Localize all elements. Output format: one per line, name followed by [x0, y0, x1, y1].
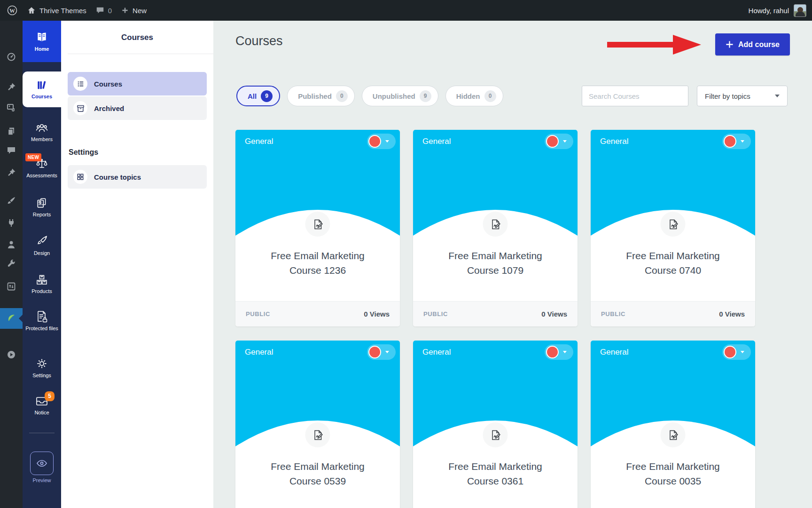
gear-icon — [35, 357, 48, 370]
chevron-down-icon — [741, 351, 744, 353]
status-dot-red — [724, 346, 736, 358]
sidebar-item-reports[interactable]: Reports — [23, 197, 61, 218]
course-card[interactable]: General Free Email MarketingCourse 1236 … — [235, 130, 400, 326]
new-badge: NEW — [25, 153, 41, 161]
search-input[interactable] — [582, 92, 686, 100]
home-icon — [27, 6, 36, 15]
site-menu[interactable]: Thrive Themes — [27, 6, 86, 15]
filter-published[interactable]: Published 0 — [287, 86, 355, 106]
sidebar-item-members[interactable]: Members — [23, 122, 61, 143]
page-title: Courses — [235, 34, 283, 48]
panel-divider — [68, 54, 213, 54]
protected-file-icon — [36, 310, 48, 323]
new-label: New — [133, 7, 147, 15]
edit-course-icon — [483, 422, 508, 447]
card-footer: PUBLIC 0 Views — [235, 301, 400, 326]
add-course-button[interactable]: Add course — [715, 33, 790, 56]
thrive-apprentice-active-item[interactable] — [0, 308, 23, 329]
filter-by-topics-dropdown[interactable]: Filter by topics — [697, 86, 788, 106]
app-sidebar: Home Courses Members NEW Assessments Rep… — [23, 21, 61, 508]
sidebar-item-courses[interactable]: Courses — [23, 71, 61, 107]
course-card[interactable]: General Free Email MarketingCourse 0361 … — [413, 341, 578, 508]
play-icon[interactable] — [7, 350, 16, 359]
pin-icon[interactable] — [7, 82, 16, 92]
filter-hidden[interactable]: Hidden 0 — [445, 86, 503, 106]
comments-icon[interactable] — [7, 146, 16, 155]
sidebar-item-label: Protected files — [25, 325, 58, 332]
course-status-menu[interactable] — [367, 344, 396, 360]
wp-sidebar-rail — [0, 21, 23, 508]
plug-icon[interactable] — [7, 218, 16, 228]
edit-course-icon — [305, 422, 330, 447]
courses-panel: Courses Courses Archived Settings Course… — [61, 21, 213, 508]
filter-count-badge: 9 — [420, 90, 431, 102]
sidebar-item-label: Reports — [33, 212, 51, 218]
filter-unpublished[interactable]: Unpublished 9 — [362, 86, 438, 106]
card-header: General — [591, 130, 755, 236]
boxes-icon — [35, 274, 48, 286]
sidebar-item-preview[interactable]: Preview — [23, 452, 61, 484]
panel-item-courses[interactable]: Courses — [68, 72, 207, 95]
course-title: Free Email MarketingCourse 0361 — [413, 459, 578, 488]
course-card[interactable]: General Free Email MarketingCourse 0539 … — [235, 341, 400, 508]
topics-dropdown-label: Filter by topics — [705, 92, 750, 100]
edit-course-icon — [305, 212, 330, 237]
settings-heading: Settings — [69, 148, 213, 157]
course-status-menu[interactable] — [545, 344, 573, 360]
sidebar-item-assessments[interactable]: NEW Assessments — [23, 158, 61, 179]
sidebar-divider — [29, 433, 55, 433]
leaf-active-icon — [7, 313, 16, 323]
greeting-text: Howdy, rahul — [749, 7, 789, 15]
course-category-label: General — [422, 137, 451, 146]
sidebar-item-home[interactable]: Home — [23, 21, 61, 62]
plus-icon — [726, 40, 734, 48]
filter-label: Published — [298, 92, 332, 100]
sidebar-item-label: Home — [35, 46, 49, 52]
sidebar-item-label: Notice — [34, 410, 49, 416]
courses-grid: General Free Email MarketingCourse 1236 … — [235, 130, 755, 508]
main-content: Courses Add course All 9 Published 0 Unp… — [213, 21, 812, 508]
pages-icon[interactable] — [7, 127, 16, 136]
sidebar-item-label: Products — [31, 288, 52, 294]
svg-text:W: W — [9, 8, 15, 14]
sidebar-item-settings[interactable]: Settings — [23, 357, 61, 379]
status-dot-red — [368, 135, 381, 148]
status-filters: All 9 Published 0 Unpublished 9 Hidden 0 — [236, 86, 503, 106]
brush-icon[interactable] — [7, 196, 16, 206]
course-status-menu[interactable] — [367, 134, 396, 149]
status-dot-red — [546, 346, 559, 358]
course-category-label: General — [245, 137, 273, 146]
chevron-down-icon — [741, 140, 744, 143]
course-status-menu[interactable] — [722, 344, 751, 360]
wrench-icon[interactable] — [7, 259, 16, 268]
pin-icon[interactable] — [7, 168, 16, 177]
filter-count-badge: 0 — [336, 90, 348, 102]
media-icon[interactable] — [7, 103, 16, 112]
card-footer: PUBLIC 0 Views — [413, 301, 578, 326]
sidebar-item-notice[interactable]: 5 Notice — [23, 395, 61, 416]
course-category-label: General — [600, 137, 628, 146]
filter-all[interactable]: All 9 — [236, 86, 280, 106]
views-count: 0 Views — [364, 310, 390, 318]
sidebar-item-design[interactable]: Design — [23, 235, 61, 256]
course-card[interactable]: General Free Email MarketingCourse 1079 … — [413, 130, 578, 326]
new-content-menu[interactable]: New — [121, 7, 147, 15]
course-title: Free Email MarketingCourse 0740 — [591, 248, 755, 278]
edit-course-icon — [661, 212, 686, 237]
sliders-icon[interactable] — [7, 282, 16, 291]
course-status-menu[interactable] — [545, 134, 573, 149]
sidebar-item-products[interactable]: Products — [23, 274, 61, 294]
sidebar-item-label: Preview — [32, 477, 51, 484]
users-icon[interactable] — [7, 240, 16, 249]
course-card[interactable]: General Free Email MarketingCourse 0035 … — [591, 341, 755, 508]
account-menu[interactable]: Howdy, rahul — [749, 4, 812, 17]
sidebar-item-protected-files[interactable]: Protected files — [23, 310, 61, 332]
panel-item-course-topics[interactable]: Course topics — [68, 165, 207, 189]
panel-title: Courses — [61, 21, 213, 42]
course-status-menu[interactable] — [722, 134, 751, 149]
course-card[interactable]: General Free Email MarketingCourse 0740 … — [591, 130, 755, 326]
comments-menu[interactable]: 0 — [96, 6, 112, 15]
wordpress-logo-icon[interactable]: W — [7, 5, 18, 16]
panel-item-archived[interactable]: Archived — [68, 96, 207, 120]
dashboard-icon[interactable] — [7, 52, 16, 62]
